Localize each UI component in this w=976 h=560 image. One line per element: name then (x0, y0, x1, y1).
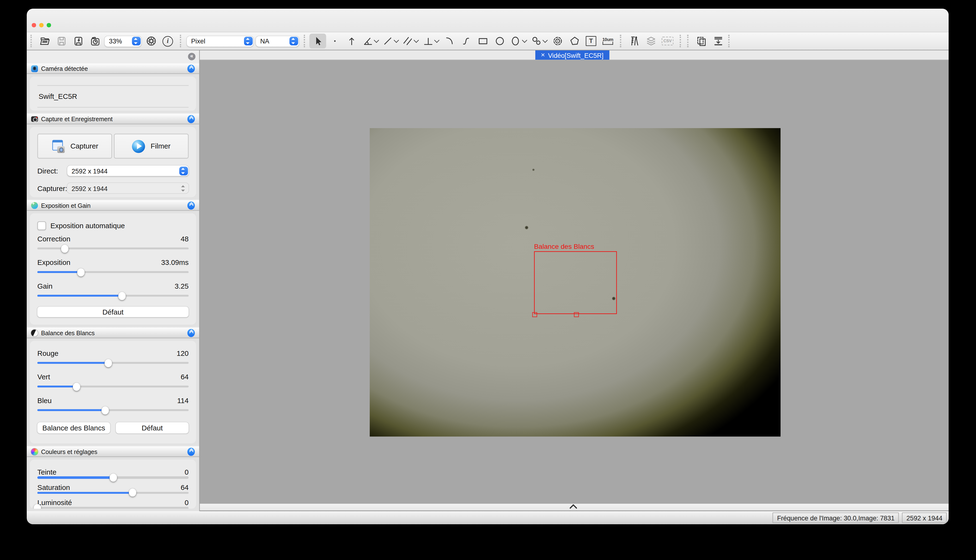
chevron-down-icon[interactable] (414, 38, 419, 42)
rectangle-tool-button[interactable] (474, 33, 491, 48)
open-file-button[interactable] (36, 33, 53, 48)
chevron-down-icon[interactable] (394, 38, 399, 42)
pointer-tool-button[interactable] (309, 33, 326, 48)
slider-thumb[interactable] (119, 292, 126, 300)
curve-tool-button[interactable] (458, 33, 474, 48)
slider-track[interactable] (37, 507, 189, 509)
section-white-balance: Balance des Blancs Rouge 120 (27, 327, 199, 446)
live-resolution-select[interactable]: 2592 x 1944 (67, 165, 189, 176)
collapse-section-button[interactable] (187, 115, 195, 123)
exposure-slider[interactable] (37, 267, 189, 277)
record-button[interactable]: Filmer (114, 133, 189, 158)
csv-export-button[interactable]: CSV (659, 33, 676, 48)
live-video-frame[interactable]: Balance des Blancs (370, 128, 781, 437)
camera-device-item[interactable]: Swift_EC5R (37, 85, 189, 107)
polygon-tool-button[interactable] (566, 33, 583, 48)
slider-track[interactable] (37, 247, 189, 250)
chevron-down-icon[interactable] (543, 38, 547, 42)
line-tool-button[interactable] (380, 33, 399, 48)
slider-thumb[interactable] (78, 268, 85, 276)
export-image-button[interactable] (710, 33, 727, 48)
zoom-window-button[interactable] (47, 23, 51, 27)
caliper-tool-button[interactable] (626, 33, 642, 48)
collapse-section-button[interactable] (187, 64, 195, 72)
collapse-section-button[interactable] (187, 201, 195, 209)
blue-slider[interactable] (37, 405, 189, 415)
slider-thumb[interactable] (61, 245, 68, 253)
ellipse-tool-button[interactable] (508, 33, 528, 48)
two-circles-tool-button[interactable] (528, 33, 549, 48)
section-header-exposure[interactable]: Exposition et Gain (27, 200, 199, 211)
roi-handle[interactable] (574, 312, 579, 317)
close-tab-icon[interactable]: × (541, 52, 545, 58)
white-balance-default-button[interactable]: Défaut (116, 422, 189, 433)
duplicate-button[interactable] (693, 33, 710, 48)
slider-thumb[interactable] (73, 382, 80, 391)
chevron-down-icon[interactable] (522, 38, 527, 42)
video-viewport[interactable]: Balance des Blancs (200, 60, 949, 503)
angle-tool-button[interactable] (360, 33, 380, 48)
brightness-slider[interactable] (37, 507, 189, 509)
layers-button[interactable] (642, 33, 659, 48)
stepper-icon[interactable] (179, 166, 187, 175)
section-header-capture[interactable]: Capture et Enregistrement (27, 113, 199, 125)
bottom-panel-expander[interactable] (200, 503, 949, 511)
section-header-colors[interactable]: Couleurs et réglages (27, 446, 199, 457)
point-tool-button[interactable] (326, 33, 343, 48)
unit-select[interactable]: Pixel (187, 36, 253, 46)
green-slider[interactable] (37, 381, 189, 392)
white-balance-roi[interactable]: Balance des Blancs (534, 252, 617, 314)
timed-capture-button[interactable] (87, 33, 103, 48)
scalebar-tool-button[interactable]: 10um (600, 33, 616, 48)
arrow-tool-button[interactable] (343, 33, 360, 48)
chevron-down-icon[interactable] (434, 38, 439, 42)
titlebar[interactable] (27, 8, 949, 32)
slider-track[interactable] (37, 362, 189, 364)
zoom-level-select[interactable]: 33% (104, 36, 141, 46)
perpendicular-tool-button[interactable] (420, 33, 441, 48)
auto-exposure-checkbox[interactable] (37, 222, 46, 230)
sidebar-collapse-button[interactable]: « (188, 53, 196, 60)
capture-button[interactable]: Capturer (37, 133, 112, 158)
close-window-button[interactable] (32, 23, 36, 27)
roi-handle[interactable] (532, 312, 537, 317)
text-tool-button[interactable]: T (583, 33, 600, 48)
section-header-white-balance[interactable]: Balance des Blancs (27, 327, 199, 338)
slider-thumb[interactable] (109, 473, 117, 482)
slider-thumb[interactable] (102, 406, 109, 414)
gain-slider[interactable] (37, 290, 189, 301)
arc-tool-button[interactable] (441, 33, 458, 48)
red-slider[interactable] (37, 357, 189, 368)
chevron-down-icon[interactable] (374, 38, 379, 42)
info-button[interactable]: i (159, 33, 176, 48)
stepper-icon[interactable] (132, 37, 140, 45)
slider-track[interactable] (37, 271, 189, 273)
hue-slider[interactable] (37, 476, 189, 478)
settings-button[interactable] (143, 33, 159, 48)
magnification-select[interactable]: NA (256, 36, 299, 46)
saturation-slider[interactable] (37, 492, 189, 494)
slider-track[interactable] (37, 409, 189, 411)
slider-thumb[interactable] (129, 489, 136, 497)
slider-track[interactable] (37, 476, 189, 478)
slider-track[interactable] (37, 295, 189, 297)
stepper-icon[interactable] (289, 37, 298, 45)
white-balance-button[interactable]: Balance des Blancs (37, 422, 110, 433)
exposure-default-button[interactable]: Défaut (37, 307, 189, 317)
burst-save-button[interactable] (70, 33, 87, 48)
parallel-lines-tool-button[interactable] (399, 33, 420, 48)
saturation-labels: Saturation 64 (37, 483, 189, 491)
slider-thumb[interactable] (105, 359, 112, 367)
collapse-section-button[interactable] (187, 329, 195, 337)
slider-track[interactable] (37, 492, 189, 494)
save-button[interactable] (53, 33, 70, 48)
collapse-section-button[interactable] (187, 447, 195, 456)
section-header-camera[interactable]: Caméra détectée (27, 63, 199, 74)
video-tab[interactable]: × Vidéo[Swift_EC5R] (535, 50, 609, 60)
slider-track[interactable] (37, 385, 189, 387)
minimize-window-button[interactable] (39, 23, 43, 27)
stepper-icon[interactable] (244, 37, 252, 45)
correction-slider[interactable] (37, 243, 189, 253)
concentric-circles-tool-button[interactable] (549, 33, 566, 48)
circle-tool-button[interactable] (491, 33, 508, 48)
